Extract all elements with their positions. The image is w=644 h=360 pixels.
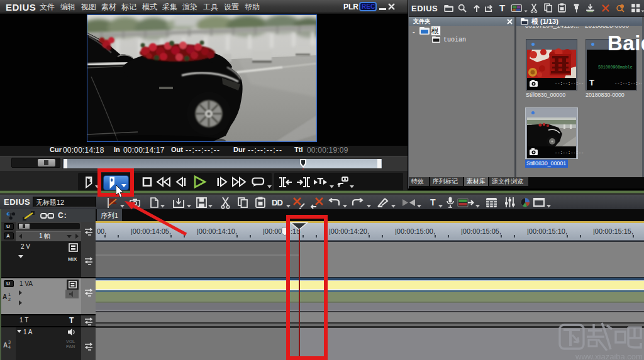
svg-text:www.xiazaiba.com: www.xiazaiba.com xyxy=(575,352,643,360)
